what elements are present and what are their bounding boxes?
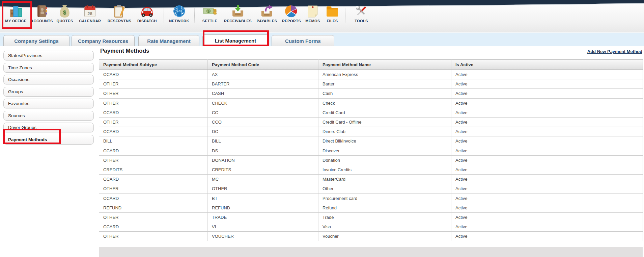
table-cell: Active xyxy=(451,175,643,184)
toolbar-item-files[interactable]: FILES xyxy=(325,4,340,23)
table-footer-band xyxy=(99,247,643,257)
table-cell: TRADE xyxy=(208,212,318,222)
tab-custom-forms[interactable]: Custom Forms xyxy=(272,35,334,46)
table-cell: Discover xyxy=(318,146,451,155)
toolbar-separator xyxy=(164,8,164,23)
table-cell: CREDITS xyxy=(99,165,208,174)
toolbar-item-settle[interactable]: $SETTLE xyxy=(202,4,218,23)
table-row[interactable]: OTHERCHECKCheckActive xyxy=(99,98,643,108)
table-row[interactable]: CCARDCCCredit CardActive xyxy=(99,108,643,117)
table-row[interactable]: OTHERCASHCashActive xyxy=(99,89,643,98)
toolbar-item-network[interactable]: NETWORK xyxy=(169,4,189,23)
toolbar-item-reservtns[interactable]: RESERVTNS xyxy=(108,4,132,23)
table-cell: CCARD xyxy=(99,108,208,117)
table-row[interactable]: CCARDVIVisaActive xyxy=(99,222,643,232)
table-cell: Active xyxy=(451,89,643,98)
payment-methods-table: Payment Method SubtypePayment Method Cod… xyxy=(99,59,643,241)
table-cell: Active xyxy=(451,194,643,203)
toolbar-item-accounts[interactable]: ACCOUNTS xyxy=(31,4,53,23)
table-row[interactable]: CREDITSCREDITSInvoice CreditsActive xyxy=(99,165,643,174)
table-row[interactable]: CCARDDSDiscoverActive xyxy=(99,146,643,155)
column-header-is-active: Is Active xyxy=(451,60,643,70)
table-cell: Active xyxy=(451,203,643,212)
toolbar-item-receivables[interactable]: RECEIVABLES xyxy=(224,4,252,23)
toolbar-item-memos[interactable]: MEMOS xyxy=(305,4,320,23)
table-cell: OTHER xyxy=(99,117,208,127)
sidebar-item-sources[interactable]: Sources xyxy=(3,111,94,121)
toolbar-item-label: NETWORK xyxy=(169,19,189,23)
sidebar-item-time-zones[interactable]: Time Zones xyxy=(3,63,94,73)
toolbar-item-label: SETTLE xyxy=(202,19,218,23)
table-cell: OTHER xyxy=(99,79,208,89)
table-cell: Direct Bill/Invoice xyxy=(318,136,451,146)
sidebar-item-occasions[interactable]: Occasions xyxy=(3,75,94,84)
table-cell: AX xyxy=(208,70,318,79)
table-cell: OTHER xyxy=(99,89,208,98)
svg-text:$: $ xyxy=(207,9,209,13)
toolbar-item-dispatch[interactable]: DISPATCH xyxy=(137,4,157,23)
table-cell: Active xyxy=(451,155,643,165)
table-cell: Active xyxy=(451,222,643,232)
table-row[interactable]: CCARDMCMasterCardActive xyxy=(99,175,643,184)
table-cell: Active xyxy=(451,98,643,108)
table-cell: VOUCHER xyxy=(208,232,318,241)
table-cell: DONATION xyxy=(208,155,318,165)
toolbar-item-payables[interactable]: PAYABLES xyxy=(257,4,277,23)
table-cell: Active xyxy=(451,108,643,117)
table-cell: Visa xyxy=(318,222,451,232)
toolbar-item-quotes[interactable]: $QUOTES xyxy=(57,4,73,23)
table-cell: BARTER xyxy=(208,79,318,89)
table-row[interactable]: OTHERDONATIONDonationActive xyxy=(99,155,643,165)
table-cell: Active xyxy=(451,232,643,241)
sidebar-item-groups[interactable]: Groups xyxy=(3,87,94,97)
page-title: Payment Methods xyxy=(100,48,149,54)
table-cell: CCARD xyxy=(99,222,208,232)
table-row[interactable]: OTHERVOUCHERVoucherActive xyxy=(99,232,643,241)
table-cell: Active xyxy=(451,136,643,146)
outbox-out-icon xyxy=(259,4,275,18)
table-cell: BILL xyxy=(99,136,208,146)
table-row[interactable]: REFUNDREFUNDRefundActive xyxy=(99,203,643,212)
cash-icon: $ xyxy=(202,4,218,18)
table-row[interactable]: OTHERTRADETradeActive xyxy=(99,212,643,222)
table-cell: OTHER xyxy=(208,184,318,194)
toolbar-item-label: FILES xyxy=(325,19,340,23)
module-tabstrip: Company SettingsCompany ResourcesRate Ma… xyxy=(0,33,644,46)
toolbar-item-reports[interactable]: REPORTS xyxy=(282,4,301,23)
toolbar-item-label: RECEIVABLES xyxy=(224,19,252,23)
inbox-in-icon xyxy=(230,4,246,18)
table-row[interactable]: CCARDBTProcurement cardActive xyxy=(99,194,643,203)
table-row[interactable]: CCARDDCDiners ClubActive xyxy=(99,127,643,136)
table-cell: CCARD xyxy=(99,194,208,203)
toolbar-item-label: CALENDAR xyxy=(79,19,101,23)
sidebar-item-driver-groups[interactable]: Driver Groups xyxy=(3,123,94,132)
tab-company-resources[interactable]: Company Resources xyxy=(72,35,135,46)
table-row[interactable]: OTHEROTHEROtherActive xyxy=(99,184,643,194)
sidebar-item-states-provinces[interactable]: States/Provinces xyxy=(3,51,94,60)
table-cell: Check xyxy=(318,98,451,108)
toolbar-item-label: RESERVTNS xyxy=(108,19,132,23)
table-cell: Procurement card xyxy=(318,194,451,203)
table-cell: Active xyxy=(451,165,643,174)
tab-company-settings[interactable]: Company Settings xyxy=(3,35,69,46)
tab-list-management[interactable]: List Management xyxy=(202,34,269,46)
tab-rate-management[interactable]: Rate Management xyxy=(138,35,199,46)
svg-text:28: 28 xyxy=(88,11,92,16)
table-row[interactable]: OTHERCCOCredit Card - OfflineActive xyxy=(99,117,643,127)
table-cell: CC xyxy=(208,108,318,117)
add-new-payment-method-link[interactable]: Add New Payment Method xyxy=(587,49,642,54)
table-row[interactable]: BILLBILLDirect Bill/InvoiceActive xyxy=(99,136,643,146)
table-cell: CCARD xyxy=(99,146,208,155)
sidebar-item-favourites[interactable]: Favourites xyxy=(3,99,94,108)
table-row[interactable]: CCARDAXAmerican ExpressActive xyxy=(99,70,643,79)
toolbar-item-tools[interactable]: TOOLS xyxy=(354,4,369,23)
address-book-icon xyxy=(34,4,50,18)
sidebar-item-payment-methods[interactable]: Payment Methods xyxy=(3,135,94,145)
main-toolbar: MY OFFICEACCOUNTS$QUOTES28CALENDARRESERV… xyxy=(0,0,644,32)
toolbar-item-calendar[interactable]: 28CALENDAR xyxy=(79,4,101,23)
table-cell: Active xyxy=(451,212,643,222)
table-row[interactable]: OTHERBARTERBarterActive xyxy=(99,79,643,89)
table-cell: Donation xyxy=(318,155,451,165)
toolbar-item-my-office[interactable]: MY OFFICE xyxy=(5,4,26,23)
table-cell: Active xyxy=(451,127,643,136)
